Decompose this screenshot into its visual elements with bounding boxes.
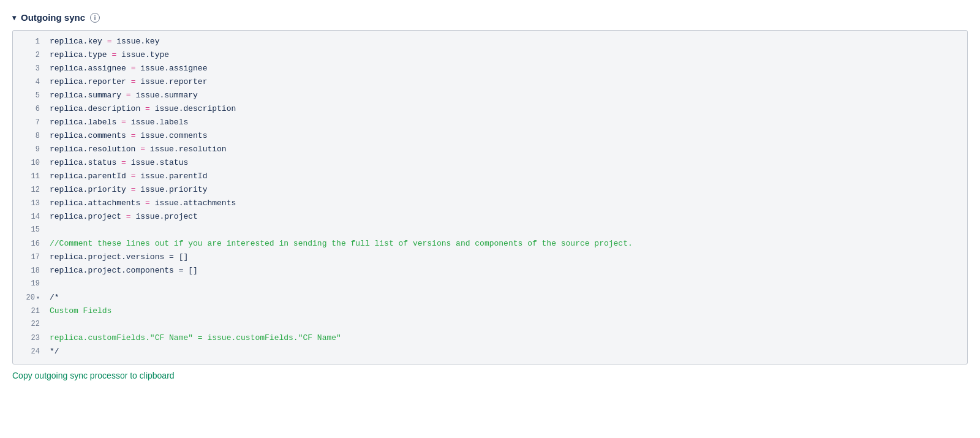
code-line: 19 — [13, 278, 967, 292]
code-line: 20▾/* — [13, 292, 967, 305]
line-number: 5 — [20, 90, 40, 102]
code-line: 12replica.priority = issue.priority — [13, 184, 967, 197]
line-number: 12 — [20, 184, 40, 196]
line-number: 8 — [20, 130, 40, 142]
line-number: 22 — [20, 319, 40, 330]
code-line: 23replica.customFields."CF Name" = issue… — [13, 332, 967, 345]
line-number: 3 — [20, 63, 40, 75]
line-number: 17 — [20, 252, 40, 263]
section-header: ▾ Outgoing sync i — [12, 12, 968, 23]
line-content: replica.summary = issue.summary — [50, 89, 960, 102]
line-content: //Comment these lines out if you are int… — [50, 238, 960, 251]
code-line: 6replica.description = issue.description — [13, 103, 967, 116]
line-content: replica.reporter = issue.reporter — [50, 76, 960, 89]
line-number: 14 — [20, 211, 40, 223]
code-line: 4replica.reporter = issue.reporter — [13, 76, 967, 89]
line-number: 20▾ — [20, 292, 40, 304]
line-content: replica.priority = issue.priority — [50, 184, 960, 197]
line-content: replica.customFields."CF Name" = issue.c… — [50, 332, 960, 345]
chevron-icon[interactable]: ▾ — [12, 13, 16, 22]
line-content: replica.parentId = issue.parentId — [50, 170, 960, 183]
code-line: 18replica.project.components = [] — [13, 265, 967, 278]
line-number: 18 — [20, 265, 40, 277]
section-title: Outgoing sync — [21, 12, 85, 23]
line-number: 23 — [20, 333, 40, 344]
code-line: 7replica.labels = issue.labels — [13, 116, 967, 130]
line-number: 24 — [20, 346, 40, 358]
line-content: replica.project.components = [] — [50, 265, 960, 278]
code-editor: 1replica.key = issue.key2replica.type = … — [12, 30, 968, 364]
line-content: replica.status = issue.status — [50, 157, 960, 170]
code-line: 10replica.status = issue.status — [13, 157, 967, 170]
line-content: replica.attachments = issue.attachments — [50, 197, 960, 210]
code-line: 2replica.type = issue.type — [13, 49, 967, 62]
line-number: 9 — [20, 144, 40, 156]
line-content: replica.type = issue.type — [50, 49, 960, 62]
line-content: replica.project = issue.project — [50, 211, 960, 224]
line-content: Custom Fields — [50, 305, 960, 318]
line-content: /* — [50, 292, 960, 304]
code-line: 16//Comment these lines out if you are i… — [13, 238, 967, 251]
line-content: replica.comments = issue.comments — [50, 130, 960, 143]
line-content: replica.description = issue.description — [50, 103, 960, 116]
line-number: 4 — [20, 77, 40, 88]
code-line: 8replica.comments = issue.comments — [13, 130, 967, 143]
line-number: 7 — [20, 117, 40, 129]
line-content: replica.key = issue.key — [50, 36, 960, 48]
line-content: replica.assignee = issue.assignee — [50, 62, 960, 75]
line-content: replica.labels = issue.labels — [50, 116, 960, 129]
code-line: 14replica.project = issue.project — [13, 211, 967, 224]
code-line: 22 — [13, 319, 967, 332]
line-number: 2 — [20, 50, 40, 61]
code-line: 5replica.summary = issue.summary — [13, 89, 967, 103]
code-line: 15 — [13, 224, 967, 238]
code-line: 24*/ — [13, 345, 967, 359]
line-content: */ — [50, 345, 960, 358]
line-number: 6 — [20, 104, 40, 115]
code-line: 1replica.key = issue.key — [13, 36, 967, 49]
code-line: 13replica.attachments = issue.attachment… — [13, 197, 967, 211]
line-number: 19 — [20, 278, 40, 290]
line-number: 21 — [20, 306, 40, 317]
line-content: replica.resolution = issue.resolution — [50, 143, 960, 156]
copy-to-clipboard-link[interactable]: Copy outgoing sync processor to clipboar… — [12, 371, 175, 380]
code-line: 9replica.resolution = issue.resolution — [13, 143, 967, 157]
line-number: 10 — [20, 157, 40, 169]
code-line: 21Custom Fields — [13, 305, 967, 319]
info-icon[interactable]: i — [90, 13, 100, 23]
code-lines: 1replica.key = issue.key2replica.type = … — [13, 31, 967, 364]
code-line: 11replica.parentId = issue.parentId — [13, 170, 967, 184]
code-line: 17replica.project.versions = [] — [13, 251, 967, 265]
line-number: 1 — [20, 36, 40, 48]
line-number: 15 — [20, 224, 40, 236]
line-number: 16 — [20, 238, 40, 250]
code-line: 3replica.assignee = issue.assignee — [13, 62, 967, 76]
line-number: 11 — [20, 171, 40, 183]
outgoing-sync-section: ▾ Outgoing sync i 1replica.key = issue.k… — [12, 12, 968, 381]
line-number: 13 — [20, 198, 40, 210]
line-content: replica.project.versions = [] — [50, 251, 960, 264]
